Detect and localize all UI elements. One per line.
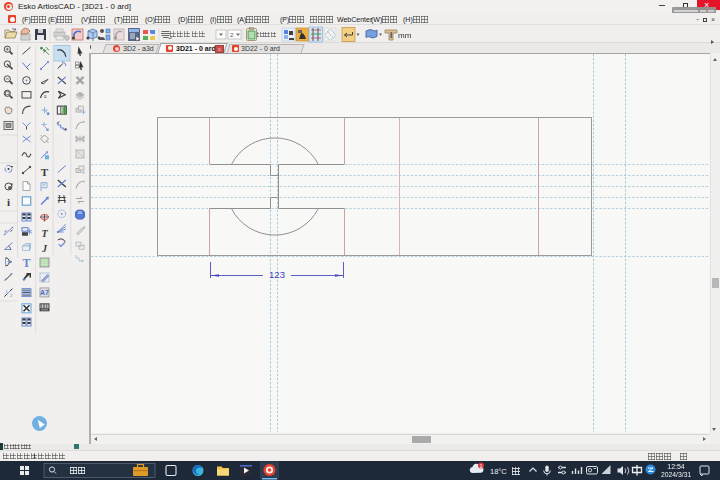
- svg-text:T: T: [41, 228, 48, 239]
- svg-text:18°C: 18°C: [490, 467, 507, 476]
- svg-text:1: 1: [479, 463, 482, 469]
- svg-text:a: a: [44, 93, 47, 99]
- svg-text:T: T: [22, 256, 30, 270]
- svg-text:123: 123: [269, 269, 285, 280]
- svg-text:J: J: [41, 243, 48, 254]
- svg-text:mm: mm: [398, 31, 412, 40]
- svg-text:2: 2: [10, 293, 13, 298]
- svg-text:i: i: [7, 196, 10, 208]
- svg-text:A7: A7: [40, 289, 49, 296]
- svg-text:T: T: [41, 166, 49, 178]
